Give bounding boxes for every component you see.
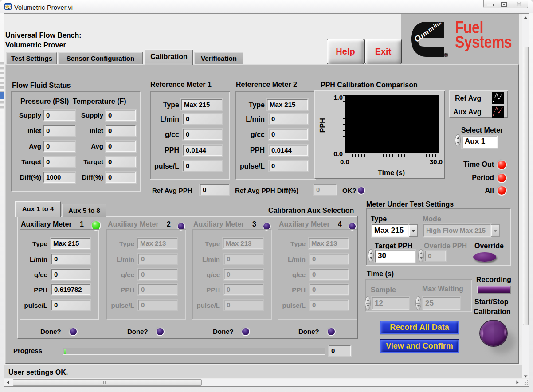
svg-text:R: R <box>445 54 447 57</box>
